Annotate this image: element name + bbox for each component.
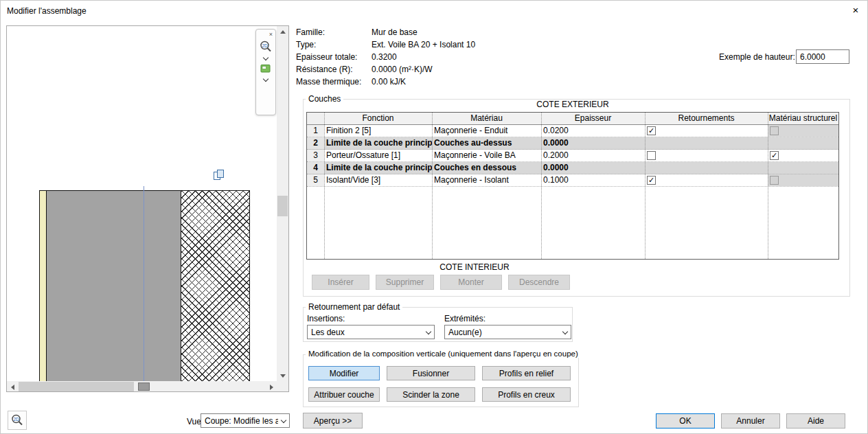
structurel-checkbox[interactable]	[770, 151, 779, 160]
chevron-down-icon	[423, 330, 434, 334]
layers-table-header: Fonction Matériau Epaisseur Retournement…	[307, 113, 838, 125]
profils-en-creux-button[interactable]: Profils en creux	[482, 387, 571, 402]
fonction-cell[interactable]: Finition 2 [5]	[324, 125, 432, 137]
extremites-label: Extrémités:	[444, 314, 486, 323]
exemple-hauteur-input[interactable]	[796, 49, 849, 64]
paste-region-icon	[213, 169, 225, 181]
epaisseur-totale-value: 0.3200	[372, 52, 397, 62]
layer-enduit-graphic[interactable]	[40, 191, 47, 381]
scroll-down-icon[interactable]	[277, 370, 288, 381]
modifier-button[interactable]: Modifier	[308, 366, 380, 380]
epaisseur-cell[interactable]: 0.0200	[541, 125, 645, 137]
row-number[interactable]: 2	[307, 137, 324, 149]
type-label: Type:	[296, 40, 316, 49]
nav-close-icon[interactable]: ×	[269, 30, 275, 38]
structurel-cell[interactable]	[768, 150, 838, 161]
vue-select[interactable]: Coupe: Modifie les at	[201, 413, 290, 428]
sample-height-line[interactable]	[144, 186, 144, 381]
layer-row-4-core-boundary: 4 Limite de la couche princip Couches en…	[307, 162, 838, 174]
scroll-left-icon[interactable]	[7, 381, 18, 392]
insertions-label: Insertions:	[307, 314, 345, 323]
fonction-cell[interactable]: Limite de la couche princip	[324, 137, 432, 149]
materiau-cell[interactable]: Maçonnerie - Isolant	[432, 174, 541, 186]
scroll-up-icon[interactable]	[277, 26, 288, 37]
famille-label: Famille:	[296, 27, 325, 37]
aide-button[interactable]: Aide	[786, 413, 845, 429]
layer-isolant-graphic[interactable]	[181, 191, 249, 381]
inserer-button[interactable]: Insérer	[312, 275, 369, 290]
row-number[interactable]: 4	[307, 162, 324, 174]
scroll-right-icon[interactable]	[266, 381, 277, 392]
row-number[interactable]: 3	[307, 150, 324, 161]
materiau-cell[interactable]: Maçonnerie - Voile BA	[432, 150, 541, 161]
scinder-la-zone-button[interactable]: Scinder la zone	[387, 387, 475, 402]
zoom-2d-icon[interactable]: 2D	[259, 40, 273, 54]
type-value: Ext. Voile BA 20 + Isolant 10	[372, 40, 475, 49]
vue-selected-value: Coupe: Modifie les at	[205, 416, 278, 426]
retournements-checkbox[interactable]	[647, 151, 656, 160]
retournements-cell[interactable]	[645, 150, 768, 161]
section-line-grip[interactable]	[138, 382, 150, 391]
wall-section-preview[interactable]	[39, 190, 250, 381]
materiau-cell[interactable]: Couches au-dessus	[432, 137, 541, 149]
resistance-label: Résistance (R):	[296, 65, 353, 74]
attribuer-couche-button[interactable]: Attribuer couche	[308, 387, 380, 402]
dialog-title: Modifier l'assemblage	[7, 6, 87, 16]
svg-text:2D: 2D	[262, 43, 269, 48]
zoom-dropdown-chevron-icon[interactable]	[264, 56, 269, 60]
row-number[interactable]: 5	[307, 174, 324, 186]
supprimer-button[interactable]: Supprimer	[376, 275, 434, 290]
annuler-button[interactable]: Annuler	[721, 413, 780, 429]
structurel-checkbox	[770, 176, 779, 185]
layer-row-5: 5 Isolant/Vide [3] Maçonnerie - Isolant …	[307, 174, 838, 187]
layer-row-1: 1 Finition 2 [5] Maçonnerie - Enduit 0.0…	[307, 125, 838, 137]
col-header-epaisseur: Epaisseur	[541, 113, 645, 124]
epaisseur-cell[interactable]: 0.0000	[541, 137, 645, 149]
materiau-cell[interactable]: Couches en dessous	[432, 162, 541, 174]
layer-row-3: 3 Porteur/Ossature [1] Maçonnerie - Voil…	[307, 150, 838, 162]
preview-panel: × 2D	[6, 25, 289, 392]
chevron-down-icon	[560, 330, 571, 334]
view-control-icon[interactable]	[260, 62, 272, 75]
horizontal-scroll-thumb[interactable]	[19, 382, 134, 392]
epaisseur-cell[interactable]: 0.2000	[541, 150, 645, 161]
title-bar: Modifier l'assemblage ×	[1, 1, 868, 20]
materiau-cell[interactable]: Maçonnerie - Enduit	[432, 125, 541, 137]
svg-text:2D: 2D	[14, 417, 20, 422]
masse-thermique-label: Masse thermique:	[296, 77, 361, 87]
retournements-cell	[645, 162, 768, 174]
retournement-groupbox: Retournement par défaut Insertions: Extr…	[303, 307, 573, 342]
fusionner-button[interactable]: Fusionner	[387, 366, 475, 380]
preview-nav-toolbar: × 2D	[255, 29, 276, 115]
close-icon[interactable]: ×	[849, 4, 862, 16]
layers-table: Fonction Matériau Epaisseur Retournement…	[306, 112, 839, 260]
retournements-checkbox[interactable]	[647, 126, 656, 135]
ok-button[interactable]: OK	[656, 413, 715, 429]
preview-2d-zoom-button[interactable]: 2D	[8, 411, 27, 430]
insertions-select[interactable]: Les deux	[307, 325, 435, 339]
layer-voile-ba-graphic[interactable]	[47, 191, 181, 381]
exemple-hauteur-label: Exemple de hauteur:	[719, 52, 795, 62]
fonction-cell[interactable]: Porteur/Ossature [1]	[324, 150, 432, 161]
view-dropdown-chevron-icon[interactable]	[264, 77, 269, 82]
extremites-select[interactable]: Aucun(e)	[444, 325, 571, 339]
modification-groupbox: Modification de la composition verticale…	[303, 354, 579, 407]
fonction-cell[interactable]: Limite de la couche princip	[324, 162, 432, 174]
retournements-checkbox[interactable]	[647, 176, 656, 185]
apercu-button[interactable]: Aperçu >>	[303, 413, 363, 429]
structurel-cell	[768, 162, 838, 174]
monter-button[interactable]: Monter	[440, 275, 502, 290]
vertical-scroll-thumb[interactable]	[277, 196, 288, 216]
row-number[interactable]: 1	[307, 125, 324, 137]
profils-en-relief-button[interactable]: Profils en relief	[482, 366, 571, 380]
retournements-cell[interactable]	[645, 125, 768, 137]
fonction-cell[interactable]: Isolant/Vide [3]	[324, 174, 432, 186]
chevron-down-icon	[278, 418, 289, 423]
epaisseur-cell[interactable]: 0.1000	[541, 174, 645, 186]
masse-thermique-value: 0.00 kJ/K	[372, 77, 406, 87]
descendre-button[interactable]: Descendre	[508, 275, 570, 290]
epaisseur-cell[interactable]: 0.0000	[541, 162, 645, 174]
structurel-cell	[768, 137, 838, 149]
retournements-cell[interactable]	[645, 174, 768, 186]
preview-vertical-scrollbar[interactable]	[277, 26, 288, 381]
